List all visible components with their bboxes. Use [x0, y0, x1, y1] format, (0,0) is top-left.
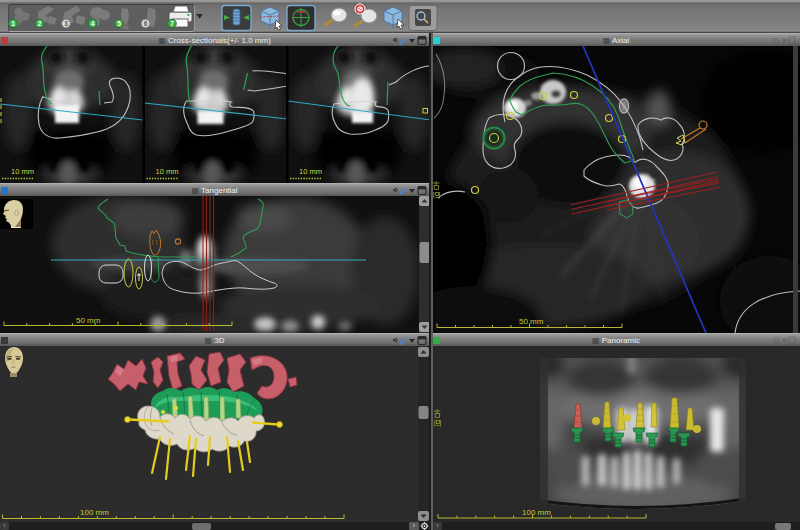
- svg-text:7: 7: [170, 20, 174, 27]
- svg-text:3: 3: [64, 20, 68, 27]
- svg-text:50 mm: 50 mm: [76, 316, 101, 325]
- svg-text:2: 2: [38, 20, 42, 27]
- svg-text:100 mm: 100 mm: [522, 508, 551, 517]
- svg-text:6: 6: [144, 20, 148, 27]
- svg-text:1: 1: [11, 20, 15, 27]
- svg-text:50 mm: 50 mm: [519, 317, 544, 326]
- svg-text:100 mm: 100 mm: [80, 508, 109, 517]
- svg-text:4: 4: [91, 20, 95, 27]
- svg-text:5: 5: [117, 20, 121, 27]
